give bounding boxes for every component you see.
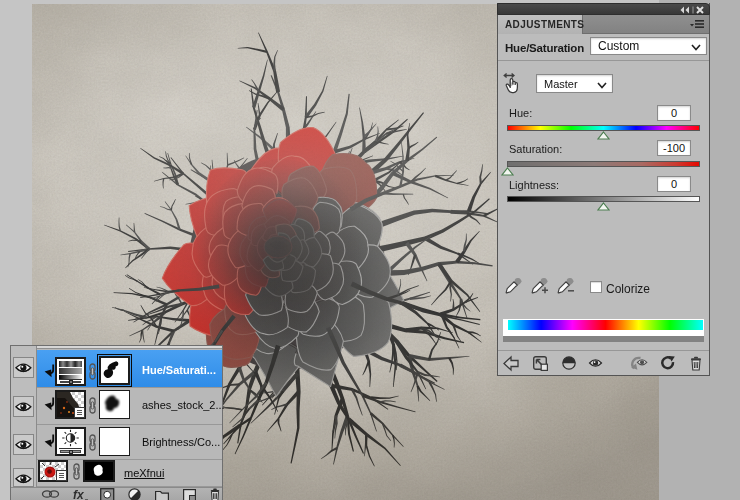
svg-text:fx: fx bbox=[73, 488, 85, 500]
